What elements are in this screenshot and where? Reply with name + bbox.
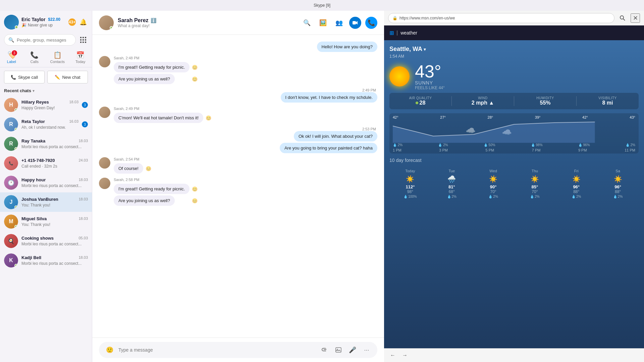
list-item[interactable]: 📞 +1 415-748-7920 24.03 Call ended · 32m… bbox=[0, 154, 92, 173]
emoji-reaction-button[interactable]: 😊 bbox=[192, 76, 198, 82]
attach-file-button[interactable] bbox=[319, 345, 330, 355]
forecast-weather-icon: ☀️ bbox=[391, 175, 430, 183]
image-button[interactable] bbox=[333, 345, 344, 355]
list-item[interactable]: 🕐 Happy hour 18.03 Morbi leo risus porta… bbox=[0, 173, 92, 192]
search-messages-button[interactable]: 🔍 bbox=[301, 17, 313, 29]
info-icon[interactable]: ℹ️ bbox=[151, 18, 156, 23]
location-dropdown-icon[interactable]: ▾ bbox=[424, 47, 426, 52]
emoji-reaction-button[interactable]: 😊 bbox=[192, 186, 198, 192]
chevron-down-icon[interactable]: ▾ bbox=[33, 88, 35, 93]
tab-calls[interactable]: 📞 Calls bbox=[23, 49, 46, 66]
rain-1: 💧 2% bbox=[393, 143, 402, 147]
list-item[interactable]: K Kadji Bell 18.03 Morbi leo risus porta… bbox=[0, 251, 92, 270]
msg-avatar bbox=[99, 157, 110, 169]
hourly-forecast-chart: ☁️ ☁️ 42° 27° 28° 39° 42° 43° 💧 2% bbox=[389, 113, 639, 154]
message-group: 2:49 PM I don't know, yet. I have to che… bbox=[99, 88, 377, 103]
svg-rect-9 bbox=[353, 21, 356, 24]
emoji-picker-button[interactable]: 🙂 bbox=[104, 345, 115, 355]
back-button[interactable]: ← bbox=[388, 351, 397, 360]
message-input[interactable] bbox=[118, 347, 316, 353]
forecast-low-temp: 70° bbox=[474, 189, 513, 194]
tab-label[interactable]: 3 🏷️ Label bbox=[0, 49, 23, 66]
msg-avatar bbox=[99, 178, 110, 189]
skype-call-label: Skype call bbox=[18, 75, 38, 80]
new-chat-button[interactable]: ✏️ New chat bbox=[47, 71, 88, 83]
emoji-reaction-button[interactable]: 😊 bbox=[206, 115, 211, 121]
notification-bell-icon[interactable]: 🔔 bbox=[78, 17, 88, 27]
message-bubble: Are you going to bring your painted cat?… bbox=[280, 143, 377, 153]
forecast-low-temp: 68° bbox=[432, 189, 471, 194]
emoji-reaction-button[interactable]: 😊 bbox=[192, 65, 198, 70]
message-group: Sarah, 2:48 PM I'm great!! Getting ready… bbox=[99, 56, 377, 84]
chat-list: H Hillary Reyes 18.03 Happy Green Day! 3… bbox=[0, 95, 92, 362]
chat-info: Hillary Reyes 18.03 Happy Green Day! bbox=[21, 100, 78, 111]
search-section: 🔍 bbox=[0, 32, 92, 48]
browser-close-button[interactable]: ✕ bbox=[631, 13, 640, 23]
tab-contacts[interactable]: 📋 Contacts bbox=[46, 49, 69, 66]
msg-sender-time: Sarah, 2:49 PM bbox=[114, 107, 203, 111]
message-bubble: Ok ok! I will join. What about your cat? bbox=[294, 131, 377, 141]
weather-condition: Sunny bbox=[415, 80, 445, 85]
skype-call-button[interactable]: 📞 Skype call bbox=[4, 71, 45, 83]
wind-label: WIND bbox=[455, 96, 511, 100]
weather-location: Seattle, WA ▾ bbox=[389, 46, 639, 53]
forward-button[interactable]: → bbox=[400, 351, 410, 360]
forecast-low-temp: 88° bbox=[557, 189, 596, 194]
search-bar[interactable]: 🔍 bbox=[4, 34, 76, 46]
gallery-button[interactable]: 🖼️ bbox=[317, 17, 329, 29]
main-chat: Sarah Perez ℹ️ What a great day! 🔍 🖼️ 👥 … bbox=[92, 11, 384, 362]
video-call-button[interactable] bbox=[349, 17, 361, 29]
msg-timestamp: 2:53 PM bbox=[362, 127, 377, 131]
grid-icon[interactable] bbox=[78, 35, 88, 45]
chat-info: Ray Tanaka 18.03 Morbi leo risus porta a… bbox=[21, 138, 88, 149]
list-item[interactable]: J Joshua VanBuren 18.03 You: Thank you! bbox=[0, 192, 92, 212]
list-item[interactable]: 🍳 Cooking shows 05.03 Morbi leo risus po… bbox=[0, 231, 92, 251]
rain-icon: 💧 bbox=[447, 195, 451, 198]
hourly-temp-2: 27° bbox=[440, 115, 446, 119]
contacts-tab-text: Contacts bbox=[50, 60, 65, 64]
chat-avatar: H bbox=[4, 98, 18, 112]
contact-status: What a great day! bbox=[118, 23, 297, 28]
search-input[interactable] bbox=[17, 38, 71, 43]
url-bar[interactable]: 🔒 https://www.msn.com/en-us/we bbox=[388, 13, 614, 23]
chat-preview: Morbi leo risus porta ac consect... bbox=[21, 144, 82, 149]
chat-info: +1 415-748-7920 24.03 Call ended · 32m 2… bbox=[21, 158, 88, 169]
wind-stat: WIND 2 mph ▲ bbox=[452, 96, 514, 106]
rain-3: 💧 50% bbox=[484, 143, 495, 147]
emoji-reaction-button[interactable]: 😊 bbox=[192, 198, 198, 203]
weather-city: Seattle, WA bbox=[389, 46, 422, 53]
browser-search-button[interactable] bbox=[617, 13, 628, 23]
coin-icon[interactable]: 43+ bbox=[68, 18, 76, 26]
forecast-high-temp: 96° bbox=[598, 184, 637, 189]
list-item[interactable]: H Hillary Reyes 18.03 Happy Green Day! 3 bbox=[0, 95, 92, 115]
forecast-rain-chance: 💧 100% bbox=[391, 195, 430, 198]
visibility-value: 8 mi bbox=[580, 100, 635, 106]
title-bar: Skype [9] bbox=[0, 0, 644, 11]
message-bubble: Are you joining us as well? bbox=[114, 74, 175, 84]
msg-content: Sarah, 2:58 PM I'm great!! Getting ready… bbox=[114, 178, 190, 206]
tab-today[interactable]: 📅 Today bbox=[69, 49, 92, 66]
list-item[interactable]: R Ray Tanaka 18.03 Morbi leo risus porta… bbox=[0, 134, 92, 154]
list-item[interactable]: R Reta Taylor 16.03 Ah, ok I understand … bbox=[0, 115, 92, 134]
more-options-button[interactable]: ··· bbox=[361, 345, 372, 355]
forecast-day-tue: Tue 🌧️ 81° 68° 💧 2% bbox=[431, 166, 473, 201]
audio-call-button[interactable]: 📞 bbox=[365, 17, 377, 29]
air-quality-indicator bbox=[416, 102, 418, 104]
sidebar: Eric Taylor $22.00 🎉 Never give up 43+ 🔔… bbox=[0, 11, 92, 362]
contact-name: Sarah Perez bbox=[118, 17, 149, 23]
forecast-high-temp: 112° bbox=[391, 184, 430, 189]
browser-nav: ← → bbox=[384, 348, 644, 362]
msg-sender-time: Sarah, 2:48 PM bbox=[114, 56, 190, 60]
emoji-reaction-button[interactable]: 😊 bbox=[146, 166, 151, 171]
weather-feels-like: FEELS LIKE 44° bbox=[415, 85, 445, 90]
chat-info: Kadji Bell 18.03 Morbi leo risus porta a… bbox=[21, 255, 88, 266]
msg-avatar bbox=[99, 56, 110, 67]
air-quality-value: 28 bbox=[393, 100, 448, 106]
search-icon: 🔍 bbox=[8, 37, 14, 43]
rain-icon: 💧 bbox=[530, 195, 534, 198]
forecast-grid: Today ☀️ 112° 98° 💧 100% Tue 🌧️ 81° 6 bbox=[389, 166, 639, 201]
list-item[interactable]: M Miguel Silva 18.03 You: Thank you! bbox=[0, 212, 92, 231]
microphone-button[interactable]: 🎤 bbox=[347, 345, 358, 355]
add-people-button[interactable]: 👥 bbox=[333, 17, 345, 29]
weather-brand-text: weather bbox=[400, 30, 417, 36]
